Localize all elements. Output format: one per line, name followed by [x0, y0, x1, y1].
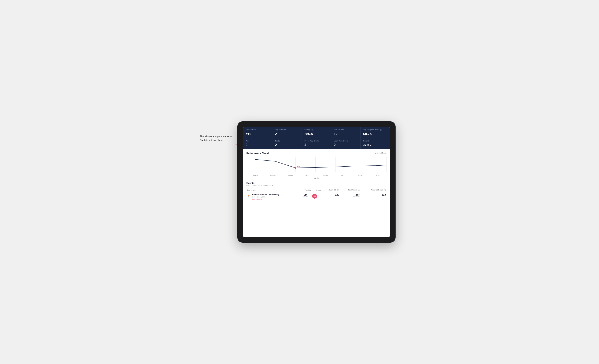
th-position: Position [300, 188, 311, 192]
month-may24: MAY 24 [369, 175, 386, 177]
th-event-name: Event Name [246, 188, 300, 192]
tablet-device: National Rank #10 Regional Rank 2 Scorin… [237, 121, 396, 243]
stats-row-2: Wins 2 Top 3s 2 Stroke Play Events 4 Mat… [243, 138, 390, 149]
annotation: This shows you your National Rank trend … [200, 134, 237, 142]
stat-total-rounds: Total Rounds 12 [331, 127, 361, 138]
rank-impact-0: Rank Impact: 3 ▼ [252, 198, 279, 200]
stat-national-rank-value: #10 [246, 132, 270, 136]
stat-wins-value: 2 [246, 143, 270, 147]
stat-regional-rank: Regional Rank 2 [272, 127, 302, 138]
th-score: Score [311, 188, 322, 192]
stat-record: Record 32-8-0 [361, 138, 390, 149]
event-date-0: Oct 9 – Oct 10, 2023 [252, 196, 279, 198]
event-position-sub-0: out of 7 [300, 196, 311, 198]
stat-regional-rank-value: 2 [275, 132, 299, 136]
th-total-points: Total Points i [340, 188, 360, 192]
stat-scoring-avg-value: 286.5 [304, 132, 328, 136]
stat-record-value: 32-8-0 [363, 143, 387, 146]
stat-match-play-events: Match Play Events 2 [331, 138, 361, 149]
scene: This shows you your National Rank trend … [200, 121, 399, 243]
stat-regional-rank-label: Regional Rank [275, 129, 299, 131]
chart-month-labels: OCT 23 NOV 23 DEC 23 JAN 24 FEB 24 MAR 2… [246, 174, 387, 177]
month-feb24: FEB 24 [317, 175, 334, 177]
stat-top3s-value: 2 [275, 143, 299, 147]
events-section: Events Last updated: 24th November 2023 … [243, 179, 390, 204]
rank-impact-dir-0: ▼ [262, 198, 264, 200]
events-last-updated: Last updated: 24th November 2023 [246, 185, 387, 186]
perf-header: Performance Trend National Rank [246, 152, 387, 155]
stat-wins: Wins 2 [243, 138, 272, 149]
svg-text:#10: #10 [297, 166, 300, 168]
events-title: Events [246, 182, 387, 185]
month-oct23: OCT 23 [247, 175, 264, 177]
annotation-bold: National Rank [200, 135, 232, 142]
perf-subtitle: National Rank [375, 152, 387, 154]
month-jan24: JAN 24 [299, 175, 317, 177]
stat-top3s-label: Top 3s [275, 140, 299, 142]
event-sg-value-0: 0.45 [322, 194, 339, 196]
stat-wins-label: Wins [246, 140, 270, 142]
rank-impact-value-0: 3 [261, 198, 262, 200]
event-total-points-cell-0: 28.3 3 Rounds [340, 192, 360, 202]
weighted-points-info-icon: i [384, 189, 386, 191]
performance-chart: #10 OCT 23 NOV 23 DEC 23 JAN 24 FEB 24 M… [246, 157, 387, 177]
event-name-details-0: Buster Cozy Cup – Stroke Play Oct 9 – Oc… [252, 194, 279, 200]
tablet-screen: National Rank #10 Regional Rank 2 Scorin… [243, 127, 390, 237]
stat-avg-weighted-points-value: 68.75 [363, 132, 387, 136]
event-name-cell-0: 🏌 Buster Cozy Cup – Stroke Play Oct 9 – … [246, 192, 300, 202]
stat-national-rank-label: National Rank [246, 129, 270, 131]
stat-stroke-play-label: Stroke Play Events [304, 140, 328, 142]
perf-title: Performance Trend [246, 152, 269, 155]
stat-scoring-avg: Scoring Avg. 286.5 [302, 127, 331, 138]
stat-match-play-label: Match Play Events [334, 140, 358, 142]
stat-record-label: Record [363, 140, 387, 142]
event-total-rounds-0: 3 Rounds [341, 196, 360, 198]
event-name-main-0: Buster Cozy Cup – Stroke Play [252, 194, 279, 196]
total-points-info-icon: i [358, 189, 360, 191]
event-position-0: 6th [300, 194, 311, 196]
event-sg-cell-0: 0.45 [322, 192, 340, 202]
event-weighted-points-cell-0: 28.3 [360, 192, 387, 202]
info-icon: i [380, 129, 382, 131]
stat-scoring-avg-label: Scoring Avg. [304, 129, 328, 131]
stat-top3s: Top 3s 2 [272, 138, 302, 149]
event-sg-info-icon: i [337, 189, 339, 191]
stat-avg-weighted-points: Avg. Weighted Points i 68.75 [361, 127, 390, 138]
chart-datapoint [294, 167, 296, 169]
event-name-inner-0: 🏌 Buster Cozy Cup – Stroke Play Oct 9 – … [247, 194, 299, 200]
events-table: Event Name Position Score Event SG i Tot… [246, 188, 387, 201]
events-table-header-row: Event Name Position Score Event SG i Tot… [246, 188, 387, 192]
stat-stroke-play-value: 4 [304, 143, 328, 147]
event-golf-icon-0: 🏌 [247, 194, 251, 197]
chart-x-axis-label: Months [246, 177, 387, 179]
th-event-sg: Event SG i [322, 188, 340, 192]
stat-stroke-play-events: Stroke Play Events 4 [302, 138, 331, 149]
event-score-cell-0: -22 [311, 192, 322, 202]
event-total-points-value-0: 28.3 [341, 194, 360, 196]
stat-avg-weighted-points-label: Avg. Weighted Points i [363, 129, 387, 131]
rank-impact-label-0: Rank Impact: [252, 198, 261, 200]
stat-total-rounds-label: Total Rounds [334, 129, 358, 131]
th-weighted-points: Weighted Points i [360, 188, 387, 192]
event-row-0: 🏌 Buster Cozy Cup – Stroke Play Oct 9 – … [246, 192, 387, 202]
month-nov23: NOV 23 [264, 175, 282, 177]
month-mar24: MAR 24 [334, 175, 352, 177]
chart-svg: #10 [246, 157, 387, 174]
event-position-cell-0: 6th out of 7 [300, 192, 311, 202]
stat-match-play-value: 2 [334, 143, 358, 147]
performance-section: Performance Trend National Rank [243, 149, 390, 179]
event-weighted-points-value-0: 28.3 [361, 194, 386, 196]
month-apr24: APR 24 [351, 175, 369, 177]
annotation-text: This shows you your National Rank trend … [200, 135, 232, 142]
event-score-badge-0: -22 [312, 194, 317, 199]
stats-row-1: National Rank #10 Regional Rank 2 Scorin… [243, 127, 390, 138]
month-dec23: DEC 23 [282, 175, 299, 177]
stat-national-rank: National Rank #10 [243, 127, 272, 138]
stat-total-rounds-value: 12 [334, 132, 358, 136]
